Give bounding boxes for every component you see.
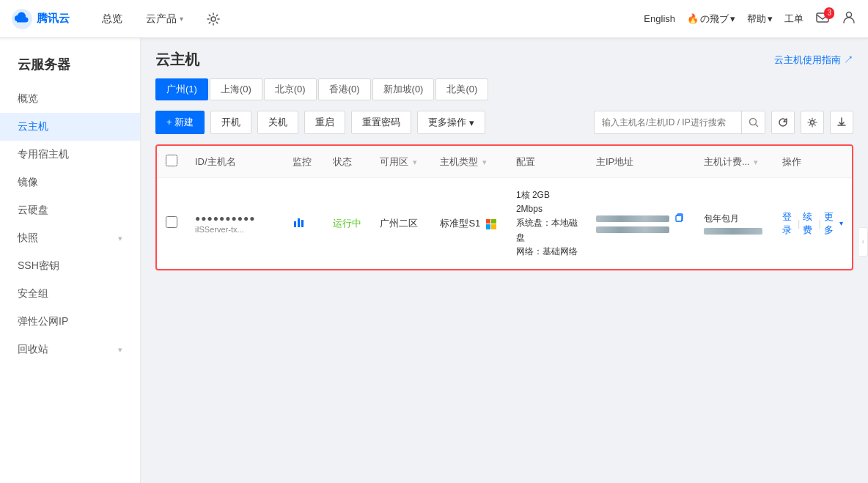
header-billing[interactable]: 主机计费... ▾ bbox=[695, 146, 773, 178]
sidebar-item-snapshots[interactable]: 快照 ▾ bbox=[0, 224, 140, 252]
tab-singapore[interactable]: 新加坡(0) bbox=[372, 78, 435, 100]
tab-northamerica[interactable]: 北美(0) bbox=[435, 78, 488, 100]
download-button[interactable] bbox=[830, 111, 853, 134]
config-cpu-mem: 1核 2GB 2Mbps bbox=[516, 188, 578, 216]
search-input[interactable] bbox=[595, 117, 741, 128]
row-status-cell: 运行中 bbox=[324, 178, 372, 269]
select-all-checkbox[interactable] bbox=[166, 155, 177, 166]
tab-guangzhou[interactable]: 广州(1) bbox=[155, 78, 208, 100]
logo-text: 腾讯云 bbox=[37, 12, 70, 26]
user-icon bbox=[842, 10, 856, 24]
row-action-cell: 登录 | 续费 | 更多 ▾ bbox=[773, 178, 852, 269]
renew-link[interactable]: 续费 bbox=[803, 210, 815, 237]
action-toolbar: + 新建 开机 关机 重启 重置密码 更多操作 ▾ bbox=[155, 111, 853, 134]
header-checkbox bbox=[157, 146, 186, 178]
row-billing-cell: 包年包月 bbox=[695, 178, 773, 269]
nav-overview[interactable]: 总览 bbox=[93, 0, 131, 38]
topnav-right: English 🔥 の飛ブ ▾ 帮助 ▾ 工单 3 bbox=[644, 10, 856, 28]
new-button[interactable]: + 新建 bbox=[155, 111, 205, 134]
tab-beijing[interactable]: 北京(0) bbox=[264, 78, 317, 100]
refresh-button[interactable] bbox=[771, 111, 795, 134]
restart-button[interactable]: 重启 bbox=[304, 111, 345, 134]
header-type[interactable]: 主机类型 ▾ bbox=[431, 146, 507, 178]
sidebar-item-recycle[interactable]: 回收站 ▾ bbox=[0, 336, 140, 364]
row-checkbox[interactable] bbox=[166, 216, 177, 228]
logo[interactable]: 腾讯云 bbox=[12, 9, 70, 29]
sidebar-item-images[interactable]: 镜像 bbox=[0, 169, 140, 196]
type-filter-icon: ▾ bbox=[482, 158, 487, 166]
refresh-icon bbox=[778, 117, 788, 128]
sidebar-item-security[interactable]: 安全组 bbox=[0, 280, 140, 308]
download-icon bbox=[836, 117, 847, 128]
header-id: ID/主机名 bbox=[186, 146, 284, 178]
monitor-chart-icon[interactable] bbox=[293, 218, 306, 231]
reset-password-button[interactable]: 重置密码 bbox=[351, 111, 411, 134]
settings-icon bbox=[807, 117, 817, 128]
help-menu[interactable]: 帮助 ▾ bbox=[747, 12, 773, 26]
snapshots-chevron: ▾ bbox=[118, 234, 122, 243]
svg-rect-9 bbox=[676, 215, 682, 221]
instance-name-link[interactable]: ●●●●●●●●●● bbox=[195, 213, 275, 224]
secondary-ip-blur bbox=[596, 226, 669, 233]
logo-icon bbox=[12, 9, 32, 29]
fire-menu[interactable]: 🔥 の飛ブ ▾ bbox=[687, 12, 735, 26]
usage-guide-link[interactable]: 云主机使用指南 ↗ bbox=[774, 54, 853, 67]
top-navigation: 腾讯云 总览 云产品 ▾ English 🔥 の飛ブ ▾ 帮助 ▾ 工单 bbox=[0, 0, 868, 38]
mail-badge: 3 bbox=[824, 7, 834, 19]
row-config-cell: 1核 2GB 2Mbps 系统盘：本地磁盘 网络：基础网络 bbox=[507, 178, 587, 269]
row-monitor-cell bbox=[284, 178, 324, 269]
more-link[interactable]: 更多 bbox=[824, 210, 836, 237]
sidebar-item-eip[interactable]: 弹性公网IP bbox=[0, 308, 140, 336]
row-zone-cell: 广州二区 bbox=[371, 178, 431, 269]
header-zone[interactable]: 可用区 ▾ bbox=[371, 146, 431, 178]
sidebar: 云服务器 概览 云主机 专用宿主机 镜像 云硬盘 快照 ▾ SSH密钥 bbox=[0, 38, 141, 483]
help-chevron: ▾ bbox=[768, 13, 773, 24]
fire-chevron: ▾ bbox=[730, 13, 735, 24]
status-badge: 运行中 bbox=[333, 218, 361, 229]
recycle-chevron: ▾ bbox=[118, 345, 122, 355]
sidebar-collapse-button[interactable]: ‹ bbox=[859, 227, 868, 257]
sidebar-item-overview[interactable]: 概览 bbox=[0, 85, 140, 113]
sidebar-item-vms[interactable]: 云主机 bbox=[0, 113, 140, 141]
copy-ip-icon[interactable] bbox=[674, 213, 684, 224]
tab-shanghai[interactable]: 上海(0) bbox=[210, 78, 262, 100]
search-button[interactable] bbox=[741, 111, 765, 134]
login-link[interactable]: 登录 bbox=[782, 210, 795, 237]
zone-filter-icon: ▾ bbox=[413, 158, 417, 166]
start-button[interactable]: 开机 bbox=[210, 111, 251, 134]
sidebar-item-ssh[interactable]: SSH密钥 bbox=[0, 252, 140, 280]
search-icon bbox=[749, 117, 759, 128]
products-chevron: ▾ bbox=[180, 15, 183, 23]
stop-button[interactable]: 关机 bbox=[257, 111, 298, 134]
more-ops-chevron: ▾ bbox=[469, 117, 474, 128]
tab-hongkong[interactable]: 香港(0) bbox=[318, 78, 371, 100]
mail-button[interactable]: 3 bbox=[815, 10, 830, 27]
instances-table: ID/主机名 监控 状态 可用区 ▾ 主机类型 bbox=[155, 144, 853, 270]
nav-products[interactable]: 云产品 ▾ bbox=[137, 0, 192, 38]
column-settings-button[interactable] bbox=[801, 111, 824, 134]
sidebar-section: 概览 云主机 专用宿主机 镜像 云硬盘 快照 ▾ SSH密钥 安全组 bbox=[0, 85, 140, 364]
config-disk: 系统盘：本地磁盘 bbox=[516, 216, 578, 244]
billing-filter-icon: ▾ bbox=[754, 158, 758, 166]
nav-items: 总览 云产品 ▾ bbox=[93, 0, 644, 38]
table-row: ●●●●●●●●●● iISServer-tx... bbox=[157, 178, 852, 269]
page-title: 云主机 bbox=[155, 50, 199, 70]
primary-ip-blur bbox=[596, 215, 669, 222]
main-layout: 云服务器 概览 云主机 专用宿主机 镜像 云硬盘 快照 ▾ SSH密钥 bbox=[0, 38, 868, 483]
header-status: 状态 bbox=[324, 146, 372, 178]
svg-rect-6 bbox=[294, 221, 296, 227]
region-tabs: 广州(1) 上海(0) 北京(0) 香港(0) 新加坡(0) 北美(0) bbox=[155, 78, 853, 100]
svg-rect-8 bbox=[301, 220, 304, 227]
windows-icon bbox=[486, 219, 496, 229]
language-switch[interactable]: English bbox=[644, 13, 675, 24]
billing-date-blur bbox=[704, 228, 762, 235]
more-operations-button[interactable]: 更多操作 ▾ bbox=[417, 111, 485, 134]
sidebar-item-disks[interactable]: 云硬盘 bbox=[0, 196, 140, 224]
nav-settings[interactable] bbox=[198, 0, 229, 38]
row-type-cell: 标准型S1 bbox=[431, 178, 507, 269]
sidebar-item-dedicated[interactable]: 专用宿主机 bbox=[0, 141, 140, 169]
config-network: 网络：基础网络 bbox=[516, 245, 578, 259]
type-text: 标准型S1 bbox=[440, 218, 480, 229]
user-avatar[interactable] bbox=[842, 10, 856, 28]
workorder-link[interactable]: 工单 bbox=[784, 12, 803, 26]
